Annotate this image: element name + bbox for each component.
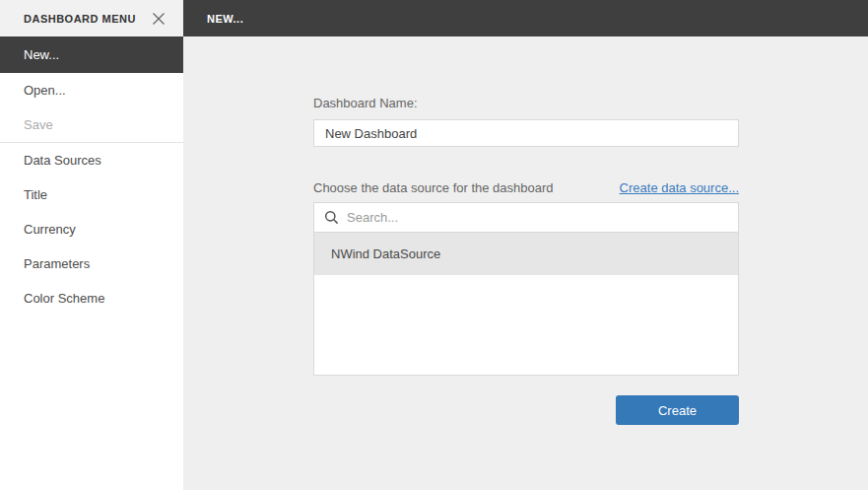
sidebar-header: DASHBOARD MENU <box>0 0 183 36</box>
sidebar-item-color-scheme[interactable]: Color Scheme <box>0 281 183 315</box>
create-data-source-link[interactable]: Create data source... <box>620 180 739 195</box>
top-bar: NEW... <box>183 0 868 36</box>
sidebar-item-title[interactable]: Title <box>0 177 183 212</box>
sidebar-title: DASHBOARD MENU <box>24 13 148 25</box>
sidebar-item-new[interactable]: New... <box>0 36 183 73</box>
dashboard-menu-sidebar: DASHBOARD MENU New... Open... Save Data … <box>0 0 183 490</box>
sidebar-item-save[interactable]: Save <box>0 107 183 142</box>
sidebar-item-data-sources[interactable]: Data Sources <box>0 143 183 177</box>
search-input[interactable] <box>347 210 728 225</box>
close-icon[interactable] <box>148 8 169 30</box>
sidebar-item-parameters[interactable]: Parameters <box>0 246 183 281</box>
list-item-nwind-datasource[interactable]: NWind DataSource <box>314 233 738 275</box>
new-dashboard-form: Dashboard Name: Choose the data source f… <box>313 96 739 425</box>
dashboard-name-label: Dashboard Name: <box>313 96 739 110</box>
main-area: Dashboard Name: Choose the data source f… <box>183 36 868 490</box>
search-icon <box>324 210 339 225</box>
sidebar-item-open[interactable]: Open... <box>0 73 183 107</box>
choose-data-source-label: Choose the data source for the dashboard <box>313 180 554 195</box>
sidebar-item-currency[interactable]: Currency <box>0 212 183 246</box>
top-bar-title: NEW... <box>207 13 243 25</box>
create-button[interactable]: Create <box>616 395 739 425</box>
data-source-search-box[interactable] <box>313 202 739 233</box>
data-source-list[interactable]: NWind DataSource <box>313 233 739 376</box>
dashboard-name-input[interactable] <box>313 119 739 147</box>
